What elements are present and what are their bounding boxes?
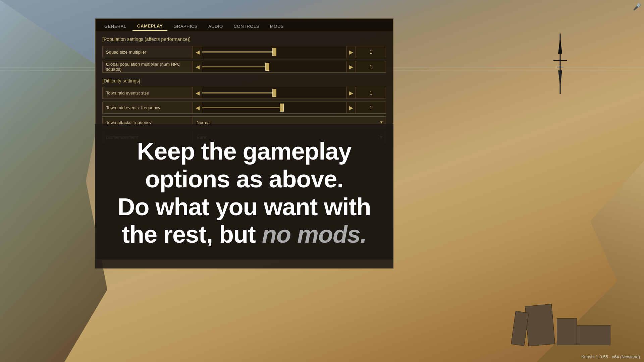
overlay-line4-normal: the rest, but: [122, 221, 262, 248]
tab-controls[interactable]: CONTROLS: [229, 22, 264, 31]
overlay-line1: Keep the gameplay: [137, 138, 351, 165]
svg-marker-3: [558, 37, 562, 54]
raid-freq-track[interactable]: [202, 102, 346, 114]
tab-graphics[interactable]: GRAPHICS: [169, 22, 202, 31]
tab-audio[interactable]: AUDIO: [204, 22, 228, 31]
overlay-line4-italic: no mods.: [262, 221, 367, 248]
overlay-line2: options as above.: [145, 166, 343, 192]
global-pop-row: Global population multiplier (num NPC sq…: [102, 61, 386, 73]
global-pop-label: Global population multiplier (num NPC sq…: [102, 61, 193, 73]
raid-size-track[interactable]: [202, 87, 346, 99]
tab-mods[interactable]: MODS: [265, 22, 288, 31]
overlay-text: Keep the gameplay options as above. Do w…: [112, 137, 377, 248]
raid-size-label: Town raid events: size: [102, 87, 193, 99]
overlay-text-block: Keep the gameplay options as above. Do w…: [95, 124, 393, 268]
raid-size-right-arrow[interactable]: ▶: [346, 87, 356, 99]
overlay-line3: Do what you want with: [118, 193, 371, 220]
difficulty-header: [Difficulty settings]: [102, 78, 386, 83]
tab-general[interactable]: GENERAL: [100, 22, 131, 31]
raid-freq-left-arrow[interactable]: ◀: [193, 102, 202, 114]
tab-gameplay[interactable]: GAMEPLAY: [132, 22, 167, 31]
weapon-icon: [550, 34, 570, 95]
squad-size-left-arrow[interactable]: ◀: [193, 46, 202, 58]
squad-size-value: 1: [356, 46, 386, 58]
population-header: [Population settings (affects performanc…: [102, 37, 386, 42]
global-pop-value: 1: [356, 61, 386, 73]
raid-size-left-arrow[interactable]: ◀: [193, 87, 202, 99]
raid-freq-label: Town raid events: frequency: [102, 102, 193, 114]
raid-freq-value: 1: [356, 102, 386, 114]
ruins-decoration: [510, 278, 610, 345]
global-pop-track[interactable]: [202, 61, 346, 73]
tab-bar: GENERAL GAMEPLAY GRAPHICS AUDIO CONTROLS…: [96, 19, 393, 31]
raid-freq-right-arrow[interactable]: ▶: [346, 102, 356, 114]
raid-size-row: Town raid events: size ◀ ▶ 1: [102, 87, 386, 99]
global-pop-right-arrow[interactable]: ▶: [346, 61, 356, 73]
mic-icon: 🎤: [633, 3, 641, 11]
squad-size-right-arrow[interactable]: ▶: [346, 46, 356, 58]
squad-size-label: Squad size multiplier: [102, 46, 193, 58]
raid-freq-row: Town raid events: frequency ◀ ▶ 1: [102, 102, 386, 114]
raid-size-value: 1: [356, 87, 386, 99]
version-text: Kenshi 1.0.55 - x64 (Newland): [581, 354, 640, 359]
global-pop-left-arrow[interactable]: ◀: [193, 61, 202, 73]
svg-marker-4: [558, 70, 562, 87]
squad-size-row: Squad size multiplier ◀ ▶ 1: [102, 46, 386, 58]
squad-size-track[interactable]: [202, 46, 346, 58]
